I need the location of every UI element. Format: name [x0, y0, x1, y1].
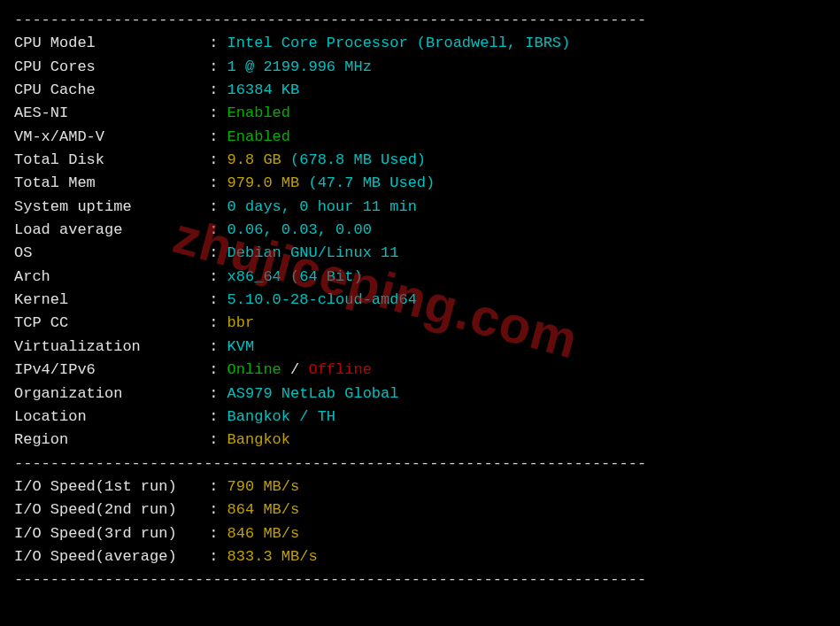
value-io-2: 864 MB/s: [227, 501, 300, 518]
value-cpu-cores: 1 @ 2199.996 MHz: [227, 58, 372, 75]
label-org: Organization: [14, 383, 200, 406]
row-region: Region : Bangkok: [14, 429, 826, 452]
row-arch: Arch : x86_64 (64 Bit): [14, 266, 826, 289]
value-ipv6: Offline: [308, 361, 371, 378]
row-virt: Virtualization : KVM: [14, 336, 826, 359]
row-io-2: I/O Speed(2nd run) : 864 MB/s: [14, 498, 826, 522]
label-cpu-cores: CPU Cores: [14, 56, 200, 79]
label-location: Location: [14, 406, 200, 429]
row-vmx: VM-x/AMD-V : Enabled: [14, 126, 826, 149]
value-load: 0.06, 0.03, 0.00: [227, 221, 372, 238]
label-virt: Virtualization: [14, 336, 200, 359]
label-io-3: I/O Speed(3rd run): [14, 522, 200, 545]
row-kernel: Kernel : 5.10.0-28-cloud-amd64: [14, 289, 826, 312]
label-kernel: Kernel: [14, 289, 200, 312]
row-total-mem: Total Mem : 979.0 MB (47.7 MB Used): [14, 172, 826, 195]
row-ipv: IPv4/IPv6 : Online / Offline: [14, 359, 826, 382]
row-location: Location : Bangkok / TH: [14, 406, 826, 429]
label-io-avg: I/O Speed(average): [14, 545, 200, 568]
label-io-1: I/O Speed(1st run): [14, 475, 200, 498]
label-io-2: I/O Speed(2nd run): [14, 498, 200, 522]
value-arch: x86_64 (64 Bit): [227, 268, 363, 285]
value-cpu-model: Intel Core Processor (Broadwell, IBRS): [227, 35, 571, 51]
label-uptime: System uptime: [14, 196, 200, 219]
label-ipv: IPv4/IPv6: [14, 359, 200, 382]
label-cpu-cache: CPU Cache: [14, 79, 200, 102]
value-total-mem: 979.0 MB: [227, 174, 300, 191]
label-cpu-model: CPU Model: [14, 32, 200, 55]
row-total-disk: Total Disk : 9.8 GB (678.8 MB Used): [14, 149, 826, 172]
row-aes-ni: AES-NI : Enabled: [14, 102, 826, 125]
row-uptime: System uptime : 0 days, 0 hour 11 min: [14, 196, 826, 219]
value-io-1: 790 MB/s: [227, 478, 300, 495]
row-org: Organization : AS979 NetLab Global: [14, 383, 826, 406]
divider-mid: ----------------------------------------…: [14, 452, 826, 475]
label-os: OS: [14, 242, 200, 265]
divider-bottom: ----------------------------------------…: [14, 568, 826, 591]
label-aes-ni: AES-NI: [14, 102, 200, 125]
divider-top: ----------------------------------------…: [14, 9, 826, 32]
row-io-avg: I/O Speed(average) : 833.3 MB/s: [14, 545, 826, 568]
label-arch: Arch: [14, 266, 200, 289]
value-os: Debian GNU/Linux 11: [227, 244, 399, 261]
value-io-avg: 833.3 MB/s: [227, 548, 318, 565]
row-cpu-model: CPU Model : Intel Core Processor (Broadw…: [14, 32, 826, 55]
value-total-mem-used: (47.7 MB Used): [308, 174, 435, 191]
row-cpu-cores: CPU Cores : 1 @ 2199.996 MHz: [14, 56, 826, 79]
value-io-3: 846 MB/s: [227, 525, 300, 542]
row-load: Load average : 0.06, 0.03, 0.00: [14, 219, 826, 242]
row-os: OS : Debian GNU/Linux 11: [14, 242, 826, 265]
ipv-sep: /: [281, 361, 309, 378]
label-region: Region: [14, 429, 200, 452]
value-aes-ni: Enabled: [227, 104, 290, 121]
value-total-disk: 9.8 GB: [227, 151, 281, 168]
value-virt: KVM: [227, 338, 255, 355]
label-tcp-cc: TCP CC: [14, 312, 200, 335]
row-io-3: I/O Speed(3rd run) : 846 MB/s: [14, 522, 826, 545]
label-vmx: VM-x/AMD-V: [14, 126, 200, 149]
value-cpu-cache: 16384 KB: [227, 81, 300, 98]
value-location: Bangkok / TH: [227, 408, 335, 425]
value-org: AS979 NetLab Global: [227, 385, 399, 402]
row-io-1: I/O Speed(1st run) : 790 MB/s: [14, 475, 826, 498]
row-cpu-cache: CPU Cache : 16384 KB: [14, 79, 826, 102]
label-total-mem: Total Mem: [14, 172, 200, 195]
value-ipv4: Online: [227, 361, 281, 378]
value-total-disk-used: (678.8 MB Used): [290, 151, 426, 168]
row-tcp-cc: TCP CC : bbr: [14, 312, 826, 335]
label-total-disk: Total Disk: [14, 149, 200, 172]
value-region: Bangkok: [227, 431, 290, 448]
value-kernel: 5.10.0-28-cloud-amd64: [227, 291, 417, 308]
value-uptime: 0 days, 0 hour 11 min: [227, 198, 417, 215]
value-vmx: Enabled: [227, 128, 290, 145]
label-load: Load average: [14, 219, 200, 242]
value-tcp-cc: bbr: [227, 314, 255, 331]
